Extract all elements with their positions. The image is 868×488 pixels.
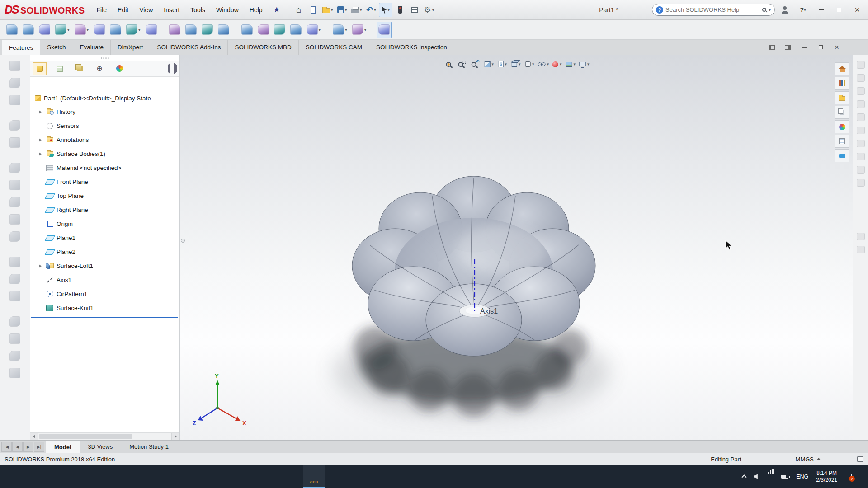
left-toolbar-button[interactable] bbox=[7, 76, 23, 89]
offset-surface-button[interactable]: ▾ bbox=[124, 22, 142, 38]
dropdown-caret-icon[interactable]: ▾ bbox=[532, 62, 534, 66]
menu-item[interactable]: Insert bbox=[158, 3, 185, 17]
panel-grip-handle[interactable] bbox=[30, 55, 179, 61]
tree-item-cirpattern1[interactable]: CirPattern1 bbox=[30, 287, 179, 301]
expand-arrow-icon[interactable] bbox=[39, 152, 42, 156]
restore-document-button[interactable] bbox=[815, 42, 826, 53]
view-settings-button[interactable]: ▾ bbox=[578, 57, 590, 71]
pane-right-button[interactable] bbox=[782, 42, 794, 53]
tree-horizontal-scrollbar[interactable] bbox=[30, 432, 179, 440]
docked-tool-button[interactable] bbox=[856, 86, 865, 95]
cortana-button[interactable] bbox=[61, 465, 82, 488]
edit-appearance-button[interactable]: ▾ bbox=[551, 57, 563, 71]
docked-tool-button[interactable] bbox=[856, 232, 865, 241]
graphics-viewport[interactable]: Axis1 bbox=[180, 55, 853, 440]
dropdown-caret-icon[interactable]: ▾ bbox=[87, 28, 89, 32]
tray-expand-button[interactable] bbox=[742, 474, 746, 479]
hide-show-items-button[interactable]: ▾ bbox=[537, 57, 550, 71]
open-button[interactable]: ▾ bbox=[321, 3, 335, 17]
dropdown-caret-icon[interactable]: ▾ bbox=[491, 62, 494, 66]
tab-motion-study-1[interactable]: Motion Study 1 bbox=[121, 441, 177, 453]
tree-item-sensors[interactable]: Sensors bbox=[30, 119, 179, 133]
search-button[interactable] bbox=[30, 465, 52, 488]
tree-item-surface-bodies[interactable]: Surface Bodies(1) bbox=[30, 147, 179, 161]
thickened-cut-button[interactable] bbox=[288, 22, 303, 38]
extruded-surface-button[interactable] bbox=[5, 22, 19, 38]
dropdown-caret-icon[interactable]: ▾ bbox=[388, 8, 390, 12]
left-toolbar-button[interactable] bbox=[7, 289, 23, 303]
expand-arrow-icon[interactable] bbox=[39, 264, 42, 268]
docked-tool-button[interactable] bbox=[856, 73, 865, 82]
planar-surface-button[interactable] bbox=[108, 22, 123, 38]
firefox-app-icon[interactable] bbox=[242, 465, 264, 488]
docked-tool-button[interactable] bbox=[856, 60, 865, 69]
tab-features[interactable]: Features bbox=[2, 40, 40, 55]
save-button[interactable]: ▾ bbox=[335, 3, 349, 17]
search-input[interactable] bbox=[665, 6, 760, 13]
3d-drawing-view-button[interactable]: ▾ bbox=[496, 57, 509, 71]
tab-model[interactable]: Model bbox=[46, 441, 80, 453]
design-library-tab[interactable] bbox=[835, 77, 849, 90]
featuremanager-tab[interactable] bbox=[33, 62, 47, 75]
action-center-button[interactable]: 2 bbox=[845, 474, 852, 479]
tab-solidworks-add-ins[interactable]: SOLIDWORKS Add-Ins bbox=[150, 40, 228, 55]
configurationmanager-tab[interactable] bbox=[73, 62, 86, 75]
delete-face-button[interactable] bbox=[167, 22, 182, 38]
battery-button[interactable] bbox=[781, 475, 788, 479]
zoom-fit-button[interactable] bbox=[442, 57, 455, 71]
left-toolbar-button[interactable] bbox=[7, 195, 23, 209]
docked-tool-button[interactable] bbox=[856, 178, 865, 187]
new-document-button[interactable] bbox=[307, 3, 320, 17]
knit-surface-button[interactable] bbox=[256, 22, 271, 38]
tab-solidworks-cam[interactable]: SOLIDWORKS CAM bbox=[299, 40, 369, 55]
dropdown-caret-icon[interactable]: ▾ bbox=[345, 8, 347, 12]
tab-solidworks-mbd[interactable]: SOLIDWORKS MBD bbox=[228, 40, 298, 55]
left-toolbar-button[interactable] bbox=[7, 212, 23, 226]
view-orientation-button[interactable]: ▾ bbox=[510, 57, 523, 71]
print-button[interactable]: ▾ bbox=[350, 3, 363, 17]
chrome-app-icon[interactable] bbox=[182, 465, 203, 488]
dropdown-caret-icon[interactable]: ▾ bbox=[345, 28, 347, 32]
tab-sketch[interactable]: Sketch bbox=[40, 40, 73, 55]
tree-item-plane2[interactable]: Plane2 bbox=[30, 245, 179, 259]
display-style-button[interactable]: ▾ bbox=[524, 57, 536, 71]
menu-item[interactable]: View bbox=[134, 3, 158, 17]
search-icon[interactable] bbox=[762, 8, 766, 12]
dropdown-caret-icon[interactable]: ▾ bbox=[574, 62, 576, 66]
panel-splitter-handle[interactable] bbox=[181, 239, 185, 243]
scrollbar-thumb[interactable] bbox=[39, 434, 132, 439]
left-toolbar-button[interactable] bbox=[7, 255, 23, 268]
scroll-right-button[interactable] bbox=[171, 433, 179, 440]
dropdown-caret-icon[interactable]: ▾ bbox=[67, 28, 70, 32]
left-toolbar-button[interactable] bbox=[7, 349, 23, 362]
menu-item[interactable]: Window bbox=[211, 3, 244, 17]
pane-left-button[interactable] bbox=[766, 42, 778, 53]
propertymanager-tab[interactable] bbox=[53, 62, 66, 75]
ruled-surface-button[interactable] bbox=[144, 22, 159, 38]
appearances-scenes-tab[interactable] bbox=[835, 120, 849, 133]
docked-tool-button[interactable] bbox=[856, 165, 865, 174]
tree-item-annotations[interactable]: Annotations bbox=[30, 133, 179, 147]
scrollbar-track[interactable] bbox=[38, 433, 171, 440]
axis1-label[interactable]: Axis1 bbox=[480, 307, 498, 315]
left-toolbar-button[interactable] bbox=[7, 59, 23, 72]
close-button[interactable]: × bbox=[849, 3, 865, 17]
home-button[interactable] bbox=[292, 3, 306, 17]
view-palette-tab[interactable] bbox=[835, 106, 849, 119]
help-search-box[interactable]: ▾ bbox=[652, 4, 775, 16]
options-button[interactable]: ▾ bbox=[422, 3, 436, 17]
solidworks-forum-tab[interactable] bbox=[835, 149, 849, 162]
left-toolbar-button[interactable] bbox=[7, 93, 23, 107]
tree-item-top-plane[interactable]: Top Plane bbox=[30, 189, 179, 203]
tab-dimxpert[interactable]: DimXpert bbox=[111, 40, 150, 55]
tree-item-plane1[interactable]: Plane1 bbox=[30, 231, 179, 245]
solidworks-resources-tab[interactable] bbox=[835, 62, 849, 75]
rollback-bar[interactable] bbox=[31, 317, 178, 318]
left-toolbar-button[interactable] bbox=[7, 178, 23, 192]
expand-arrow-icon[interactable] bbox=[39, 110, 42, 114]
tree-item-material[interactable]: Material <not specified> bbox=[30, 161, 179, 175]
dropdown-caret-icon[interactable]: ▾ bbox=[547, 62, 549, 66]
menu-item[interactable]: Edit bbox=[112, 3, 134, 17]
dropdown-caret-icon[interactable]: ▾ bbox=[138, 28, 141, 32]
filled-surface-button[interactable] bbox=[92, 22, 107, 38]
